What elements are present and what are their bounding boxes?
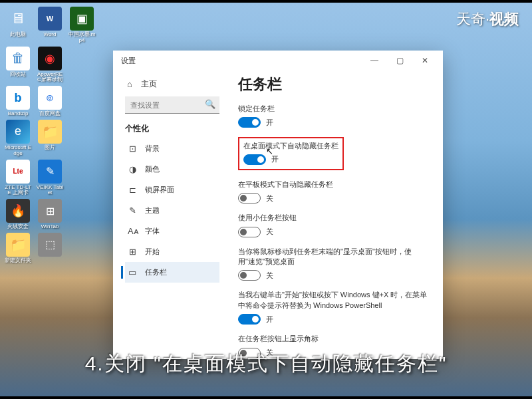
nav-item-background[interactable]: ⊡背景: [125, 138, 219, 159]
setting-label: 锁定任务栏: [238, 104, 428, 114]
desktop-icon-mp4[interactable]: ▣中国水墨.mp4: [68, 7, 96, 44]
bandizip-icon: b: [6, 86, 30, 110]
nav-item-lockscreen[interactable]: ⊏锁屏界面: [125, 180, 219, 200]
lockscreen-icon: ⊏: [128, 185, 137, 195]
nav-label: 锁屏界面: [145, 185, 174, 195]
baidu-icon: ⊚: [38, 86, 62, 110]
settings-window: 设置 — ▢ ✕ ⌂ 主页 🔍 个性化 ⊡背景◑颜色⊏锁屏界面✎主题Aᴀ字体⊞开…: [113, 51, 443, 359]
desktop-icon-label: 中国水墨.mp4: [68, 32, 96, 44]
home-icon: ⌂: [125, 79, 134, 89]
setting-small-buttons: 使用小任务栏按钮关: [238, 213, 428, 237]
folder1-icon: 📁: [38, 120, 62, 144]
settings-content: 任务栏 锁定任务栏开在桌面模式下自动隐藏任务栏开在平板模式下自动隐藏任务栏关使用…: [226, 70, 443, 359]
video-watermark: 天奇·视频: [456, 9, 519, 29]
setting-autohide-desktop: 在桌面模式下自动隐藏任务栏开: [238, 137, 428, 170]
desktop-icon-label: WinTab: [41, 224, 59, 230]
desktop-icon-label: ZTE TD-LTE 上网卡: [4, 185, 32, 197]
nav-item-fonts[interactable]: Aᴀ字体: [125, 221, 219, 241]
desktop-icon-label: 回收站: [10, 72, 26, 78]
themes-icon: ✎: [128, 205, 137, 215]
section-title: 个性化: [125, 123, 219, 134]
desktop-icon-label: VEIKK Tablet: [36, 185, 64, 197]
desktop-icon-rec[interactable]: ◉ApowerREC屏幕录制: [36, 47, 64, 84]
toggle-peek[interactable]: [238, 270, 261, 281]
toggle-state: 关: [266, 271, 273, 281]
mp4-icon: ▣: [70, 7, 94, 31]
setting-lock: 锁定任务栏开: [238, 104, 428, 128]
bin-icon: 🗑: [6, 47, 30, 70]
toggle-state: 开: [271, 154, 279, 164]
setting-label: 当我右键单击"开始"按钮或按下 Windows 键+X 时，在菜单中将命令提示符…: [238, 290, 428, 311]
desktop-icon-wintab[interactable]: ⊞WinTab: [36, 199, 64, 230]
toggle-state: 开: [266, 315, 273, 325]
desktop-icon-label: Microsoft Edge: [4, 145, 32, 157]
start-icon: ⊞: [128, 247, 137, 257]
pc-icon: 🖥: [6, 7, 30, 31]
desktop-icons-grid: 🖥此电脑WWord▣中国水墨.mp4🗑回收站◉ApowerREC屏幕录制bBan…: [4, 7, 96, 264]
setting-autohide-tablet: 在平板模式下自动隐藏任务栏关: [238, 180, 428, 203]
settings-sidebar: ⌂ 主页 🔍 个性化 ⊡背景◑颜色⊏锁屏界面✎主题Aᴀ字体⊞开始▭任务栏: [113, 70, 226, 359]
toggle-small-buttons[interactable]: [238, 227, 261, 237]
lte-icon: Lte: [6, 160, 30, 184]
nav-item-taskbar[interactable]: ▭任务栏: [125, 262, 219, 283]
nav-label: 任务栏: [145, 267, 167, 277]
desktop-icon-bin[interactable]: 🗑回收站: [4, 47, 32, 84]
desktop-icon-veikk[interactable]: ✎VEIKK Tablet: [36, 160, 64, 197]
nav-label: 字体: [145, 226, 160, 236]
page-heading: 任务栏: [238, 74, 428, 94]
desktop-icon-lte[interactable]: LteZTE TD-LTE 上网卡: [4, 160, 32, 197]
desktop-icon-bandizip[interactable]: bBandizip: [4, 86, 32, 117]
nav-label: 开始: [145, 247, 160, 257]
other-icon: ⬚: [38, 233, 62, 257]
desktop-icon-folder2[interactable]: 📁新建文件夹: [4, 233, 32, 264]
window-title: 设置: [118, 56, 362, 66]
setting-label: 使用小任务栏按钮: [238, 213, 428, 223]
nav-item-colors[interactable]: ◑颜色: [125, 159, 219, 180]
rec-icon: ◉: [38, 47, 62, 70]
taskbar-icon: ▭: [128, 267, 137, 277]
fonts-icon: Aᴀ: [128, 226, 137, 236]
nav-label: 颜色: [145, 164, 160, 174]
fire-icon: 🔥: [6, 199, 30, 223]
video-subtitle: 4.关闭 "在桌面模式下自动隐藏任务栏": [0, 350, 532, 378]
setting-label: 在桌面模式下自动隐藏任务栏: [243, 141, 338, 151]
search-icon: 🔍: [205, 99, 215, 109]
close-button[interactable]: ✕: [412, 51, 438, 70]
desktop-icon-label: 图片: [45, 145, 55, 151]
nav-label: 背景: [145, 144, 160, 154]
maximize-button[interactable]: ▢: [387, 51, 412, 70]
colors-icon: ◑: [128, 164, 137, 174]
desktop-icon-baidu[interactable]: ⊚百度网盘: [36, 86, 64, 117]
toggle-state: 关: [266, 194, 273, 203]
desktop-icon-label: ApowerREC屏幕录制: [36, 72, 64, 84]
toggle-powershell[interactable]: [238, 314, 261, 325]
minimize-button[interactable]: —: [362, 51, 387, 70]
toggle-state: 关: [266, 227, 273, 237]
wintab-icon: ⊞: [38, 199, 62, 223]
toggle-autohide-desktop[interactable]: [243, 154, 266, 165]
setting-label: 在任务栏按钮上显示角标: [238, 334, 428, 344]
desktop-wallpaper: 🖥此电脑WWord▣中国水墨.mp4🗑回收站◉ApowerREC屏幕录制bBan…: [0, 3, 532, 396]
word-icon: W: [38, 7, 62, 31]
desktop-icon-word[interactable]: WWord: [36, 7, 64, 44]
toggle-state: 开: [266, 118, 273, 128]
desktop-icon-other[interactable]: ⬚: [36, 233, 64, 264]
nav-item-themes[interactable]: ✎主题: [125, 200, 219, 221]
setting-label: 当你将鼠标移动到任务栏末端的"显示桌面"按钮时，使用"速览"预览桌面: [238, 247, 428, 267]
desktop-icon-label: 百度网盘: [39, 111, 61, 117]
desktop-icon-fire[interactable]: 🔥火绒安全: [4, 199, 32, 230]
window-titlebar: 设置 — ▢ ✕: [113, 51, 443, 70]
desktop-icon-pc[interactable]: 🖥此电脑: [4, 7, 32, 44]
toggle-autohide-tablet[interactable]: [238, 193, 261, 203]
desktop-icon-folder1[interactable]: 📁图片: [36, 120, 64, 157]
edge-icon: e: [6, 120, 30, 144]
home-label: 主页: [141, 78, 157, 90]
desktop-icon-edge[interactable]: eMicrosoft Edge: [4, 120, 32, 157]
nav-label: 主题: [145, 205, 160, 215]
nav-item-start[interactable]: ⊞开始: [125, 241, 219, 262]
setting-label: 在平板模式下自动隐藏任务栏: [238, 180, 428, 190]
toggle-lock[interactable]: [238, 117, 261, 128]
highlight-box: 在桌面模式下自动隐藏任务栏开: [238, 137, 344, 170]
background-icon: ⊡: [128, 144, 137, 154]
home-nav[interactable]: ⌂ 主页: [125, 74, 219, 96]
